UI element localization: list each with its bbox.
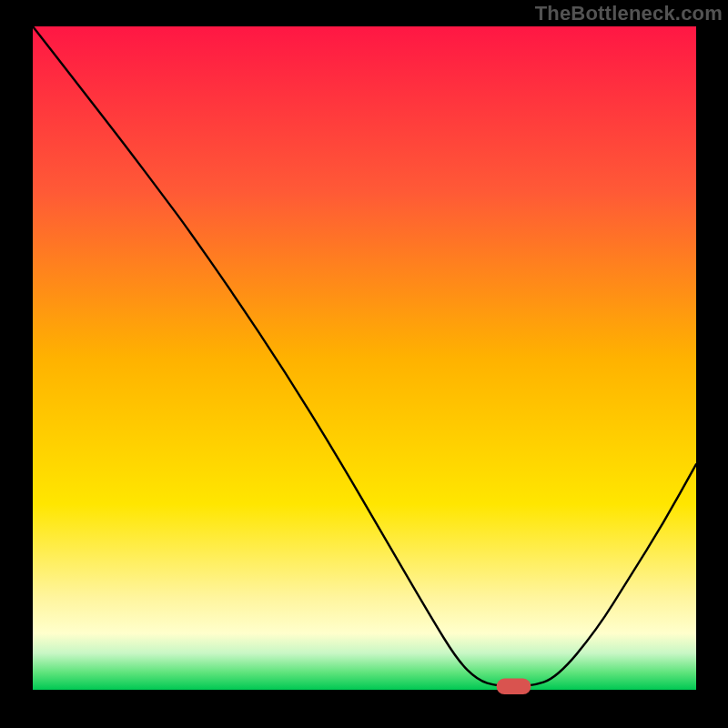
bottleneck-chart — [0, 0, 728, 728]
plot-background — [33, 26, 696, 690]
chart-frame: TheBottleneck.com — [0, 0, 728, 728]
optimal-point-marker — [497, 679, 531, 695]
